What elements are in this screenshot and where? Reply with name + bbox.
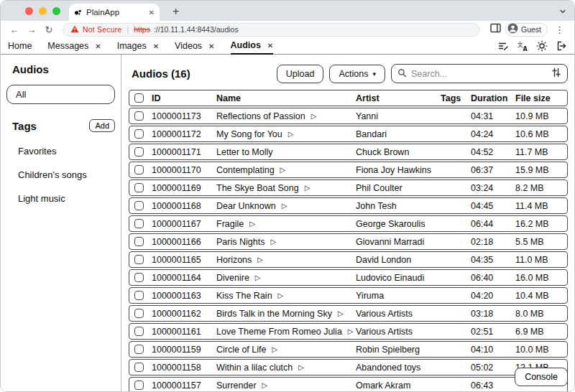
cell-artist: George Skaroulis [356, 219, 441, 229]
profile-chip[interactable]: Guest [505, 23, 548, 37]
task-list-icon[interactable] [497, 40, 509, 52]
row-checkbox[interactable] [134, 363, 144, 372]
play-icon[interactable]: ▷ [298, 363, 304, 371]
app-tab-close-icon[interactable]: ✕ [208, 42, 214, 50]
play-icon[interactable]: ▷ [270, 238, 276, 246]
forward-icon[interactable]: → [25, 24, 38, 35]
address-bar[interactable]: Not Secure | https ://10.11.1.44:8443/au… [63, 23, 480, 37]
app-tab[interactable]: Home ✕ [8, 38, 32, 55]
tag-list: Favorites Children's songs Light music [6, 139, 115, 210]
url-text: ://10.11.1.44:8443/audios [154, 25, 239, 34]
table-row[interactable]: 1000001164 Divenire ▷ Ludovico Einaudi 0… [129, 269, 568, 286]
cell-name: Reflections of Passion [216, 111, 305, 121]
sidebar-item-all[interactable]: All [6, 85, 115, 104]
play-icon[interactable]: ▷ [305, 184, 310, 192]
browser-menu-icon[interactable]: ⋮ [552, 24, 567, 35]
app-tab[interactable]: Messages ✕ [47, 38, 101, 55]
row-checkbox[interactable] [134, 111, 144, 121]
table-row[interactable]: 1000001169 The Skye Boat Song ▷ Phil Cou… [129, 179, 568, 196]
window-minimize-button[interactable] [39, 7, 47, 15]
side-panel-icon[interactable] [490, 23, 501, 36]
play-icon[interactable]: ▷ [280, 166, 286, 174]
play-icon[interactable]: ▷ [272, 345, 277, 353]
row-checkbox[interactable] [134, 219, 144, 228]
table-row[interactable]: 1000001157 Surrender ▷ Omark Akram 06:43 [129, 377, 568, 392]
row-checkbox[interactable] [134, 201, 144, 210]
add-tag-button[interactable]: Add [89, 119, 115, 132]
row-checkbox[interactable] [134, 291, 144, 300]
app-tab[interactable]: Audios ✕ [231, 38, 274, 55]
row-checkbox[interactable] [134, 381, 144, 390]
play-icon[interactable]: ▷ [249, 220, 255, 228]
console-button[interactable]: Console [515, 368, 568, 386]
cell-name: Letter to Molly [216, 147, 273, 157]
row-checkbox[interactable] [134, 309, 144, 318]
table-row[interactable]: 1000001161 Love Theme From Romeo Julia ▷… [129, 323, 568, 340]
play-icon[interactable]: ▷ [282, 202, 288, 210]
table-row[interactable]: 1000001170 Contemplating ▷ Fiona Joy Haw… [129, 162, 568, 178]
actions-button[interactable]: Actions ▾ [329, 65, 385, 83]
cell-duration: 06:37 [471, 165, 515, 175]
select-all-checkbox[interactable] [134, 93, 144, 103]
table-row[interactable]: 1000001167 Fragile ▷ George Skaroulis 06… [129, 215, 568, 232]
cell-name: Paris Nights [216, 237, 264, 247]
tab-close-icon[interactable]: ✕ [149, 9, 155, 17]
row-checkbox[interactable] [134, 147, 144, 157]
play-icon[interactable]: ▷ [348, 327, 354, 335]
tag-list-item[interactable]: Children's songs [6, 163, 115, 187]
app-tab-close-icon[interactable]: ✕ [267, 42, 273, 50]
table-row[interactable]: 1000001162 Birds Talk in the Morning Sky… [129, 305, 568, 322]
back-icon[interactable]: ← [8, 24, 21, 35]
table-row[interactable]: 1000001166 Paris Nights ▷ Giovanni Marra… [129, 233, 568, 250]
reload-icon[interactable]: ↻ [42, 24, 55, 35]
window-close-button[interactable] [25, 7, 33, 15]
app-tab[interactable]: Videos ✕ [175, 38, 214, 55]
profile-label: Guest [521, 25, 541, 34]
table-row[interactable]: 1000001158 Within a lilac clutch ▷ Aband… [129, 359, 568, 375]
row-checkbox[interactable] [134, 237, 144, 246]
col-header-tags: Tags [441, 93, 471, 103]
row-checkbox[interactable] [134, 165, 144, 174]
search-icon [397, 67, 407, 80]
search-input[interactable] [411, 69, 547, 79]
table-row[interactable]: 1000001168 Dear Unknown ▷ John Tesh 04:4… [129, 197, 568, 214]
play-icon[interactable]: ▷ [262, 381, 268, 389]
cell-artist: Robin Spielberg [356, 345, 441, 355]
row-checkbox[interactable] [134, 345, 144, 354]
play-icon[interactable]: ▷ [288, 130, 294, 138]
tab-search-chevron-icon[interactable] [558, 6, 567, 19]
new-tab-button[interactable]: + [168, 4, 183, 21]
app-tab[interactable]: Images ✕ [117, 38, 159, 55]
translate-icon[interactable]: 文A [517, 40, 528, 52]
table-row[interactable]: 1000001159 Circle of Life ▷ Robin Spielb… [129, 341, 568, 358]
cell-id: 1000001164 [152, 273, 216, 283]
table-row[interactable]: 1000001171 Letter to Molly ▷ Chuck Brown… [129, 144, 568, 160]
play-icon[interactable]: ▷ [278, 291, 284, 299]
filter-sliders-icon[interactable] [551, 67, 561, 80]
play-icon[interactable]: ▷ [257, 256, 263, 263]
play-icon[interactable]: ▷ [311, 112, 317, 120]
cell-name: Kiss The Rain [216, 291, 272, 301]
table-row[interactable]: 1000001165 Horizons ▷ David London 04:35… [129, 251, 568, 268]
row-checkbox[interactable] [134, 255, 144, 264]
row-checkbox[interactable] [134, 129, 144, 139]
row-checkbox[interactable] [134, 183, 144, 192]
window-maximize-button[interactable] [52, 7, 60, 15]
app-tab-close-icon[interactable]: ✕ [153, 42, 159, 50]
logout-icon[interactable] [556, 40, 567, 52]
browser-tab[interactable]: PlainApp ✕ [69, 4, 160, 21]
row-checkbox[interactable] [134, 273, 144, 282]
theme-sun-icon[interactable] [536, 40, 548, 52]
cell-duration: 03:24 [471, 183, 515, 193]
table-row[interactable]: 1000001173 Reflections of Passion ▷ Yann… [129, 108, 568, 124]
play-icon[interactable]: ▷ [338, 309, 344, 317]
cell-duration: 04:35 [471, 255, 515, 265]
row-checkbox[interactable] [134, 327, 144, 336]
table-row[interactable]: 1000001163 Kiss The Rain ▷ Yiruma 04:20 … [129, 287, 568, 304]
tag-list-item[interactable]: Light music [6, 187, 115, 210]
table-row[interactable]: 1000001172 My Song for You ▷ Bandari 04:… [129, 126, 568, 142]
play-icon[interactable]: ▷ [255, 274, 261, 281]
upload-button[interactable]: Upload [277, 65, 324, 83]
tag-list-item[interactable]: Favorites [6, 139, 115, 163]
app-tab-close-icon[interactable]: ✕ [95, 42, 101, 50]
